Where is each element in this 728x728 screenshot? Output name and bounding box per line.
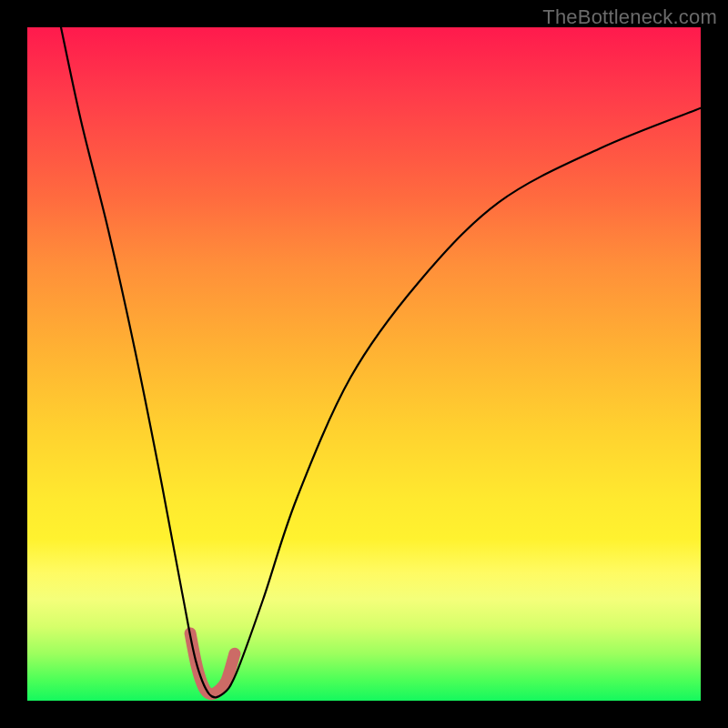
watermark-text: TheBottleneck.com [542,5,717,29]
bottleneck-curve-svg [0,0,728,728]
bottleneck-curve [61,27,701,697]
